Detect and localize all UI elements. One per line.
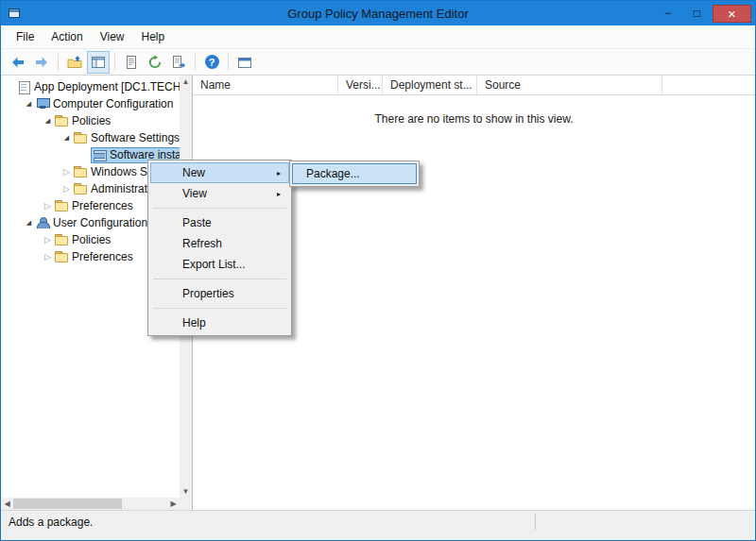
menu-item-properties[interactable]: Properties <box>150 283 289 304</box>
app-window-icon[interactable] <box>7 6 22 21</box>
tree-item-label: App Deployment [DC1.TECHNI <box>33 80 180 93</box>
tree-item-label: User Configuration <box>52 216 147 229</box>
menu-help[interactable]: Help <box>133 25 174 48</box>
menu-item-label: View <box>182 187 207 200</box>
forward-icon <box>34 55 49 70</box>
column-header-name[interactable]: Name <box>193 76 338 94</box>
up-one-level-icon <box>67 55 82 70</box>
expand-arrow-icon[interactable]: ▷ <box>43 235 53 245</box>
menu-item-export-list[interactable]: Export List... <box>150 254 289 275</box>
menu-item-label: Refresh <box>182 237 222 250</box>
forward-button[interactable] <box>30 51 53 74</box>
export-list-button[interactable] <box>167 51 190 74</box>
menu-item-label: New <box>182 166 205 179</box>
tree-item-label: Computer Configuration <box>52 97 173 110</box>
submenu-arrow-icon: ▸ <box>277 190 281 198</box>
properties-icon <box>124 55 139 70</box>
help-icon: ? <box>205 55 219 69</box>
scroll-left-icon[interactable]: ◀ <box>1 498 13 510</box>
menu-item-label: Help <box>182 316 206 330</box>
column-header-source[interactable]: Source <box>477 76 662 94</box>
back-icon <box>10 55 26 70</box>
titlebar: Group Policy Management Editor − □ × <box>1 1 755 25</box>
tree-item-computer-configuration[interactable]: ◢ Computer Configuration <box>1 95 180 112</box>
help-button[interactable]: ? <box>200 51 223 74</box>
context-menu: New ▸ View ▸ Paste Refresh Export List..… <box>147 160 292 336</box>
folder-icon <box>55 251 68 262</box>
toolbar-separator <box>58 54 59 71</box>
back-button[interactable] <box>7 51 29 74</box>
scrollbar-corner <box>180 498 192 510</box>
menu-item-paste[interactable]: Paste <box>150 212 289 233</box>
toolbar-separator <box>228 54 229 71</box>
menu-item-label: Properties <box>182 287 234 300</box>
maximize-button[interactable]: □ <box>683 5 711 23</box>
new-window-icon <box>237 55 252 70</box>
menu-item-label: Package... <box>306 167 360 180</box>
expand-arrow-icon[interactable]: ▷ <box>61 167 72 177</box>
menu-view[interactable]: View <box>92 25 133 48</box>
main-area: App Deployment [DC1.TECHNI ◢ Computer Co… <box>1 76 755 510</box>
refresh-button[interactable] <box>144 51 166 74</box>
scroll-down-icon[interactable]: ▼ <box>180 485 192 498</box>
tree-item-policies-computer[interactable]: ◢ Policies <box>1 112 180 129</box>
menu-item-package[interactable]: Package... <box>292 163 417 184</box>
gpo-icon <box>17 81 30 93</box>
menu-bar: File Action View Help <box>1 25 755 49</box>
package-icon <box>93 149 106 161</box>
scroll-right-icon[interactable]: ▶ <box>167 498 180 510</box>
window-title: Group Policy Management Editor <box>1 7 755 21</box>
menu-file[interactable]: File <box>8 25 43 48</box>
menu-separator <box>153 208 286 209</box>
menu-item-view[interactable]: View ▸ <box>150 183 289 204</box>
menu-item-help[interactable]: Help <box>150 313 289 333</box>
expand-arrow-icon[interactable]: ▷ <box>61 184 72 194</box>
menu-separator <box>153 279 286 279</box>
folder-icon <box>74 132 87 144</box>
collapse-arrow-icon[interactable]: ◢ <box>43 117 53 125</box>
collapse-arrow-icon[interactable]: ◢ <box>24 219 34 227</box>
tree-item-app-deployment[interactable]: App Deployment [DC1.TECHNI <box>1 78 180 95</box>
show-console-tree-button[interactable] <box>87 51 110 74</box>
tree-item-label: Policies <box>71 233 111 246</box>
new-submenu: Package... <box>289 161 420 187</box>
column-header-deployment-state[interactable]: Deployment st... <box>383 76 477 94</box>
export-list-icon <box>171 55 186 70</box>
scrollbar-thumb[interactable] <box>13 499 122 509</box>
tree-item-label: Preferences <box>71 250 133 263</box>
folder-icon <box>74 166 87 178</box>
properties-button[interactable] <box>120 51 143 74</box>
tree-horizontal-scrollbar[interactable]: ◀ ▶ <box>1 498 180 510</box>
expand-arrow-icon[interactable]: ▷ <box>43 252 53 262</box>
status-bar: Adds a package. <box>1 510 755 540</box>
status-divider <box>535 514 536 530</box>
column-header-version[interactable]: Versi... <box>338 76 383 94</box>
tree-item-label: Policies <box>71 114 111 127</box>
toolbar: ? <box>1 49 755 76</box>
menu-item-refresh[interactable]: Refresh <box>150 233 289 254</box>
folder-icon <box>55 200 68 211</box>
menu-item-label: Export List... <box>182 258 246 271</box>
menu-separator <box>153 308 286 309</box>
refresh-icon <box>147 55 163 70</box>
tree-item-software-settings[interactable]: ◢ Software Settings <box>1 129 180 146</box>
close-button[interactable]: × <box>713 5 751 23</box>
computer-icon <box>36 98 49 110</box>
menu-action[interactable]: Action <box>43 25 91 48</box>
up-one-level-button[interactable] <box>63 51 86 74</box>
folder-icon <box>55 234 68 245</box>
folder-icon <box>74 183 87 194</box>
console-tree-icon <box>91 55 106 70</box>
scroll-up-icon[interactable]: ▲ <box>180 76 192 88</box>
toolbar-separator <box>114 54 115 71</box>
new-window-button[interactable] <box>233 51 256 74</box>
column-header-filler <box>662 76 755 94</box>
collapse-arrow-icon[interactable]: ◢ <box>61 134 72 142</box>
tree-item-label: Preferences <box>71 199 133 212</box>
expand-arrow-icon[interactable]: ▷ <box>43 201 53 211</box>
menu-item-new[interactable]: New ▸ <box>150 162 289 183</box>
empty-list-message: There are no items to show in this view. <box>193 112 755 126</box>
minimize-button[interactable]: − <box>654 5 681 23</box>
collapse-arrow-icon[interactable]: ◢ <box>24 100 34 108</box>
menu-item-label: Paste <box>182 216 212 229</box>
